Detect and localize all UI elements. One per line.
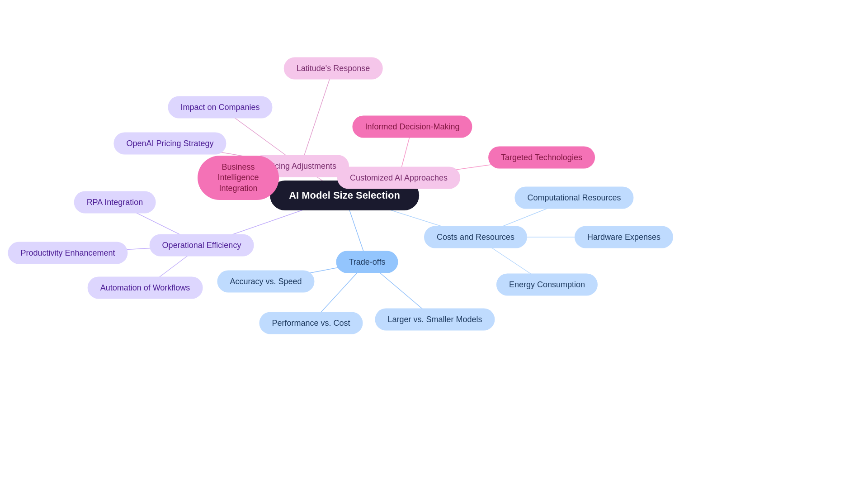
node-productivity[interactable]: Productivity Enhancement bbox=[8, 242, 127, 264]
svg-line-1 bbox=[301, 68, 333, 166]
node-targeted-tech[interactable]: Targeted Technologies bbox=[488, 147, 595, 169]
node-customized-ai[interactable]: Customized AI Approaches bbox=[337, 167, 460, 189]
node-tradeoffs[interactable]: Trade-offs bbox=[336, 251, 398, 273]
node-costs-resources[interactable]: Costs and Resources bbox=[424, 226, 527, 248]
node-rpa-integration[interactable]: RPA Integration bbox=[74, 191, 156, 214]
node-energy-consumption[interactable]: Energy Consumption bbox=[496, 274, 598, 296]
node-bi-integration[interactable]: Business Intelligence Integration bbox=[198, 156, 279, 200]
node-impact-companies[interactable]: Impact on Companies bbox=[168, 96, 272, 119]
node-openai-pricing[interactable]: OpenAI Pricing Strategy bbox=[113, 133, 226, 155]
node-computational[interactable]: Computational Resources bbox=[514, 187, 633, 209]
node-automation[interactable]: Automation of Workflows bbox=[88, 277, 203, 299]
node-informed-decision[interactable]: Informed Decision-Making bbox=[352, 116, 472, 138]
node-latitude-response[interactable]: Latitude's Response bbox=[284, 57, 383, 80]
node-hardware-expenses[interactable]: Hardware Expenses bbox=[575, 226, 673, 248]
node-performance-cost[interactable]: Performance vs. Cost bbox=[259, 312, 363, 334]
node-accuracy-speed[interactable]: Accuracy vs. Speed bbox=[217, 271, 314, 293]
node-larger-smaller[interactable]: Larger vs. Smaller Models bbox=[375, 309, 495, 331]
node-operational-efficiency[interactable]: Operational Efficiency bbox=[150, 234, 254, 257]
